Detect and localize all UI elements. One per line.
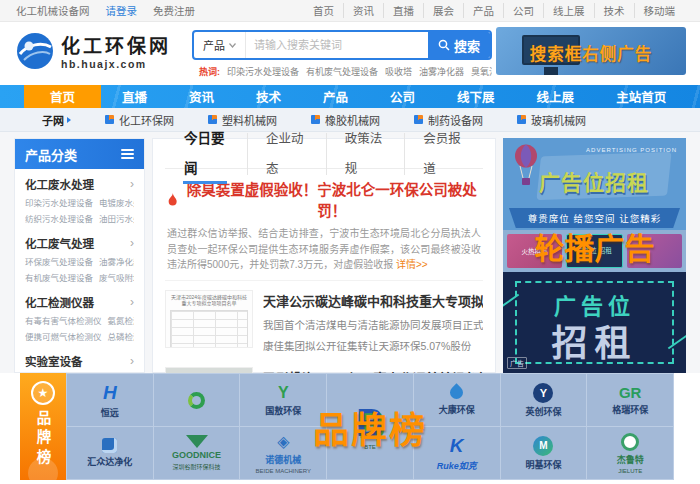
thumbnail-caption: 天津市2024年度碳达峰碳中和科技重大专项拟立项项目名单 <box>170 294 248 307</box>
search-input[interactable] <box>246 32 428 58</box>
category-sub-link[interactable]: 有机废气处理设备 <box>25 271 93 283</box>
brand-cell-bte[interactable]: B BTE <box>327 374 413 479</box>
brand-cell-hengyuan[interactable]: H 恒远 <box>67 374 153 426</box>
search-side-ad-banner[interactable]: 搜索框右侧广告 <box>496 27 686 75</box>
tab-today-news[interactable]: 今日要闻 <box>165 124 247 184</box>
category-sub-link[interactable]: 印染污水处理设备 <box>25 196 93 208</box>
category-sub-link[interactable]: 纺织污水处理设备 <box>25 212 93 224</box>
nav-item-main-site[interactable]: 主站首页 <box>595 85 687 108</box>
brand-cell-green-swirl[interactable] <box>154 374 240 426</box>
ad-banner-bottom[interactable]: 广告位 招租 广告 <box>503 272 686 373</box>
carousel-thumb-3[interactable] <box>627 234 682 268</box>
tab-policy[interactable]: 政策法规 <box>326 124 405 184</box>
brand-grid: H 恒远 Y 国敖环保 B BTE 大康环保 Y 英创环保 <box>66 373 674 480</box>
nav-item-news[interactable]: 资讯 <box>168 85 235 108</box>
logo-domain: hb.huajx.com <box>61 58 171 70</box>
nav-item-online-expo[interactable]: 线上展 <box>516 85 596 108</box>
search-icon <box>438 39 450 51</box>
hamburger-icon[interactable] <box>121 149 134 159</box>
hot-keyword[interactable]: 油雾净化器 <box>419 65 464 78</box>
brand-logo-guoao: Y <box>278 384 289 402</box>
category-sub-link[interactable]: 有毒有害气体检测仪 <box>25 314 102 326</box>
brand-cell-ruke[interactable]: K Ruke如克 <box>414 427 500 479</box>
topbar-menu-home[interactable]: 首页 <box>304 3 343 18</box>
category-sub-link[interactable]: 废气吸附塔 <box>99 271 134 283</box>
category-sub-link[interactable]: 电镀废水处理 <box>99 196 134 208</box>
hot-keyword[interactable]: 臭氧消毒机 <box>471 65 492 78</box>
brand-cell-huizhongda[interactable]: 汇众达净化 <box>67 427 153 479</box>
brand-strip: ★ 品牌榜 H 恒远 Y 国敖环保 B BTE 大康环保 <box>0 373 700 480</box>
brand-cell-gerui[interactable]: GR 格瑞环保 <box>587 374 673 426</box>
logo[interactable]: 化工环保网 hb.huajx.com <box>16 31 171 70</box>
category-sub-link[interactable]: 便携可燃气体检测仪 <box>25 330 102 342</box>
search-button[interactable]: 搜索 <box>428 32 490 58</box>
brand-logo-green-swirl-icon <box>188 392 205 409</box>
brand-logo-mingji: M <box>533 436 553 456</box>
logo-globe-icon <box>16 32 54 70</box>
category-name: 化工废气处理 <box>25 235 94 251</box>
subnav-item-huanbao[interactable]: 化工环保网 <box>105 112 174 128</box>
brand-sub: 深圳谷耐环保科技 <box>173 462 221 471</box>
category-sub-link[interactable]: 总磷检测仪 <box>108 330 134 342</box>
brand-cell-nuode[interactable]: ◈ 诺德机械 BEIDE MACHINERY <box>240 427 326 479</box>
brand-cell-dakang[interactable]: 大康环保 <box>414 374 500 426</box>
brand-name: 杰鲁特 <box>617 453 644 466</box>
brand-cell-mingji[interactable]: M 明基环保 <box>501 427 587 479</box>
chevron-right-icon: › <box>130 295 134 309</box>
more-link[interactable]: 详情>> <box>396 259 428 270</box>
register-link[interactable]: 免费注册 <box>153 3 195 18</box>
headline-link[interactable]: 除臭装置虚假验收！宁波北仑一环保公司被处罚！ <box>167 178 481 220</box>
sidebar-title: 产品分类 <box>25 145 77 164</box>
tab-company-news[interactable]: 企业动态 <box>247 124 326 184</box>
ad-banner-top[interactable]: ADVERTISING POSITION 广告位招租 尊贵席位 给您空间 让您精… <box>503 138 686 230</box>
topbar-menu-expo[interactable]: 展会 <box>423 3 463 18</box>
brand-cell-guoao[interactable]: Y 国敖环保 <box>240 374 326 426</box>
category-sub-link[interactable]: 环保废气处理设备 <box>25 255 93 267</box>
topbar-menu-mobile[interactable]: 移动端 <box>634 3 685 18</box>
hot-keyword[interactable]: 吸收塔 <box>385 65 412 78</box>
brand-cell-goodnice[interactable]: GOODNICE 深圳谷耐环保科技 <box>154 427 240 479</box>
brand-cell-jielute[interactable]: 杰鲁特 JIELUTE <box>587 427 673 479</box>
headline-summary: 通过群众信访举报、结合走访排查，宁波市生态环境局北仑分局执法人员查处一起环保公司… <box>167 226 481 273</box>
nav-item-tech[interactable]: 技术 <box>235 85 302 108</box>
nav-item-offline-expo[interactable]: 线下展 <box>436 85 516 108</box>
category-sub-link[interactable]: 油雾净化器 <box>99 255 134 267</box>
chevron-right-icon: › <box>130 177 134 191</box>
hot-keyword[interactable]: 有机废气处理设备 <box>306 65 378 78</box>
nav-item-companies[interactable]: 公司 <box>369 85 436 108</box>
hot-keyword[interactable]: 印染污水处理设备 <box>227 65 299 78</box>
main-nav: 首页 直播 资讯 技术 产品 公司 线下展 线上展 主站首页 <box>0 85 700 108</box>
news-line-link[interactable]: 康佳集团拟公开征集转让天源环保5.07%股份 <box>263 338 483 353</box>
topbar-menu-products[interactable]: 产品 <box>463 3 503 18</box>
category-sub-link[interactable]: 氨氮检测仪 <box>108 314 134 326</box>
brand-cell-yingchuang[interactable]: Y 英创环保 <box>501 374 587 426</box>
nav-item-live[interactable]: 直播 <box>101 85 168 108</box>
category-link-wastegas[interactable]: 化工废气处理 › <box>25 235 134 251</box>
site-grid-icon <box>517 115 526 124</box>
category-link-wastewater[interactable]: 化工废水处理 › <box>25 176 134 192</box>
topbar-menu-live[interactable]: 直播 <box>383 3 423 18</box>
category-sub-link[interactable]: 油田污水处理 <box>99 212 134 224</box>
tab-member-report[interactable]: 会员报道 <box>404 124 483 184</box>
logo-title: 化工环保网 <box>61 31 171 58</box>
news-tabs: 今日要闻 企业动态 政策法规 会员报道 <box>165 139 483 169</box>
topbar-menu-tech[interactable]: 技术 <box>594 3 634 18</box>
login-link[interactable]: 请登录 <box>106 3 138 18</box>
topbar-menu-news[interactable]: 资讯 <box>343 3 383 18</box>
nav-item-home[interactable]: 首页 <box>24 85 101 108</box>
subnav-item-boli[interactable]: 玻璃机械网 <box>517 112 586 128</box>
category-link-instruments[interactable]: 化工检测仪器 › <box>25 294 134 310</box>
carousel-thumb-2[interactable]: 广告位 招租 <box>566 234 623 268</box>
topbar-menu-companies[interactable]: 公司 <box>503 3 543 18</box>
category-link-lab[interactable]: 实验室设备 › <box>25 353 134 369</box>
brand-logo-ruke: K <box>450 435 464 457</box>
news-title-link[interactable]: 天津公示碳达峰碳中和科技重大专项拟立项项目 <box>263 291 483 310</box>
carousel-thumb-1[interactable]: 火热招商 <box>507 234 562 268</box>
news-line-link[interactable]: 我国首个清洁煤电与清洁能源协同发展项目正式投产 <box>263 317 483 332</box>
news-thumbnail-document[interactable]: 天津市2024年度碳达峰碳中和科技重大专项拟立项项目名单 <box>165 290 253 348</box>
nav-item-products[interactable]: 产品 <box>302 85 369 108</box>
search-category-dropdown[interactable]: 产品 <box>194 32 246 58</box>
brand-rank-banner[interactable]: ★ 品牌榜 <box>20 373 66 480</box>
topbar-site-link[interactable]: 化工机械设备网 <box>16 3 90 18</box>
topbar-menu-online-expo[interactable]: 线上展 <box>543 3 594 18</box>
